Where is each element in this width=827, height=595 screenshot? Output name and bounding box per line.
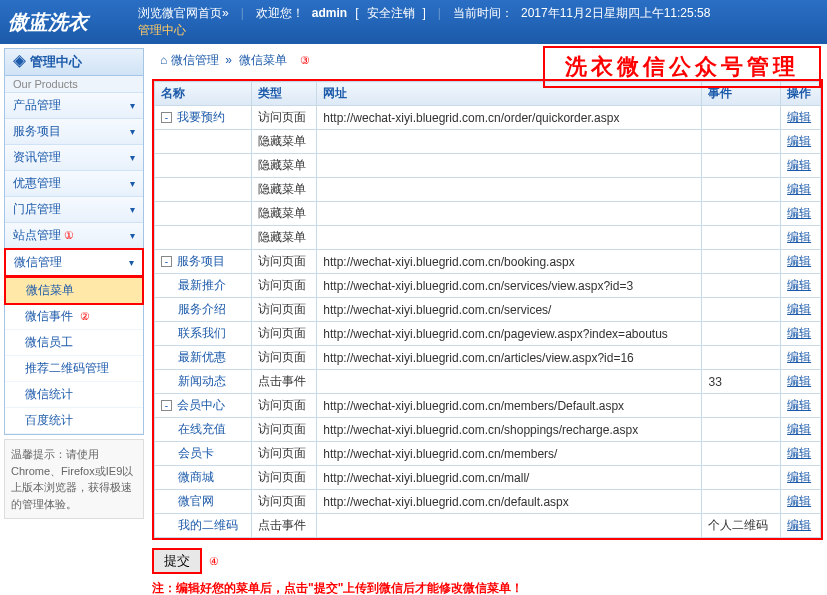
cell-action: 编辑 [781,514,821,538]
cell-action: 编辑 [781,298,821,322]
cell-event [702,442,781,466]
cell-event [702,466,781,490]
cell-name [155,154,252,178]
edit-link[interactable]: 编辑 [787,278,811,292]
nav-item[interactable]: 门店管理▾ [5,197,143,223]
cell-url: http://wechat-xiyi.bluegrid.com.cn/servi… [317,274,702,298]
cell-name: 在线充值 [155,418,252,442]
cell-name: 新闻动态 [155,370,252,394]
browse-link[interactable]: 浏览微官网首页» [138,5,229,22]
banner: 洗衣微信公众号管理 [543,46,821,88]
chevron-down-icon: ▾ [130,204,135,215]
chevron-down-icon: ▾ [130,126,135,137]
submit-button[interactable]: 提交 [152,548,202,574]
cell-name: 最新推介 [155,274,252,298]
cell-action: 编辑 [781,274,821,298]
sub-item[interactable]: 微信事件 ② [5,304,143,330]
chevron-down-icon: ▾ [130,152,135,163]
cell-name: - 服务项目 [155,250,252,274]
edit-link[interactable]: 编辑 [787,398,811,412]
cell-url [317,202,702,226]
edit-link[interactable]: 编辑 [787,206,811,220]
table-row: - 服务项目访问页面http://wechat-xiyi.bluegrid.co… [155,250,821,274]
crumb-b[interactable]: 微信菜单 [239,53,287,67]
cell-action: 编辑 [781,322,821,346]
edit-link[interactable]: 编辑 [787,302,811,316]
expand-icon[interactable]: - [161,112,172,123]
edit-link[interactable]: 编辑 [787,470,811,484]
header: 傲蓝洗衣 浏览微官网首页» | 欢迎您！ admin [ 安全注销 ] | 当前… [0,0,827,44]
cell-name: 微商城 [155,466,252,490]
cell-event [702,322,781,346]
cell-url: http://wechat-xiyi.bluegrid.com.cn/servi… [317,298,702,322]
home-icon[interactable]: ⌂ [160,53,167,67]
edit-link[interactable]: 编辑 [787,182,811,196]
expand-icon[interactable]: - [161,256,172,267]
crumb-a[interactable]: 微信管理 [171,53,219,67]
edit-link[interactable]: 编辑 [787,254,811,268]
cell-action: 编辑 [781,466,821,490]
cell-action: 编辑 [781,226,821,250]
edit-link[interactable]: 编辑 [787,374,811,388]
sub-item[interactable]: 百度统计 [5,408,143,434]
note: 注：编辑好您的菜单后，点击"提交"上传到微信后才能修改微信菜单！ [152,580,823,595]
cell-type: 隐藏菜单 [251,202,317,226]
edit-link[interactable]: 编辑 [787,158,811,172]
edit-link[interactable]: 编辑 [787,110,811,124]
table-row: 最新优惠访问页面http://wechat-xiyi.bluegrid.com.… [155,346,821,370]
cell-type: 点击事件 [251,370,317,394]
center-label: 管理中心 [138,22,819,39]
sub-item[interactable]: 推荐二维码管理 [5,356,143,382]
cell-url [317,130,702,154]
sub-item[interactable]: 微信员工 [5,330,143,356]
edit-link[interactable]: 编辑 [787,494,811,508]
sub-item[interactable]: 微信统计 [5,382,143,408]
edit-link[interactable]: 编辑 [787,230,811,244]
cell-name [155,226,252,250]
cell-action: 编辑 [781,394,821,418]
cell-action: 编辑 [781,130,821,154]
nav-item[interactable]: 产品管理▾ [5,93,143,119]
cell-action: 编辑 [781,250,821,274]
cell-type: 点击事件 [251,514,317,538]
cell-action: 编辑 [781,346,821,370]
cell-type: 访问页面 [251,442,317,466]
nav-item[interactable]: 微信管理▾ [4,248,144,277]
cell-action: 编辑 [781,202,821,226]
expand-icon[interactable]: - [161,400,172,411]
logout-link[interactable]: 安全注销 [367,5,415,22]
cell-url [317,178,702,202]
logo: 傲蓝洗衣 [8,9,138,36]
menu-table: 名称类型网址事件操作 - 我要预约访问页面http://wechat-xiyi.… [152,79,823,540]
nav-item[interactable]: 服务项目▾ [5,119,143,145]
edit-link[interactable]: 编辑 [787,446,811,460]
cell-url: http://wechat-xiyi.bluegrid.com.cn/artic… [317,346,702,370]
col-header: 类型 [251,82,317,106]
cell-event: 33 [702,370,781,394]
cell-action: 编辑 [781,178,821,202]
edit-link[interactable]: 编辑 [787,326,811,340]
cell-name [155,178,252,202]
username: admin [312,5,347,22]
cell-name: 会员卡 [155,442,252,466]
cell-event [702,226,781,250]
cell-name: 最新优惠 [155,346,252,370]
cell-event [702,250,781,274]
edit-link[interactable]: 编辑 [787,422,811,436]
cell-type: 访问页面 [251,466,317,490]
edit-link[interactable]: 编辑 [787,518,811,532]
cell-action: 编辑 [781,370,821,394]
cell-url: http://wechat-xiyi.bluegrid.com.cn/pagev… [317,322,702,346]
cell-url [317,514,702,538]
chevron-down-icon: ▾ [129,257,134,268]
edit-link[interactable]: 编辑 [787,350,811,364]
cell-type: 访问页面 [251,274,317,298]
edit-link[interactable]: 编辑 [787,134,811,148]
cell-type: 访问页面 [251,106,317,130]
sub-item[interactable]: 微信菜单 [4,276,144,305]
nav-item[interactable]: 优惠管理▾ [5,171,143,197]
nav-item[interactable]: 资讯管理▾ [5,145,143,171]
nav-item[interactable]: 站点管理 ①▾ [5,223,143,249]
table-row: 服务介绍访问页面http://wechat-xiyi.bluegrid.com.… [155,298,821,322]
table-row: 微商城访问页面http://wechat-xiyi.bluegrid.com.c… [155,466,821,490]
